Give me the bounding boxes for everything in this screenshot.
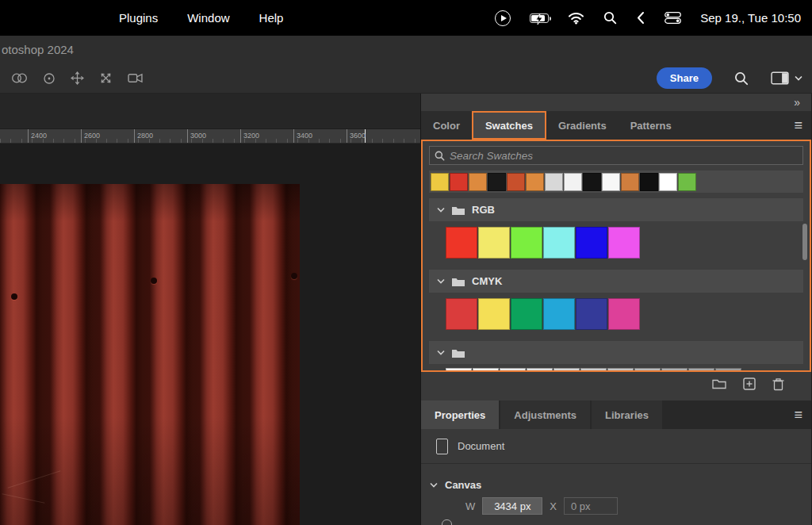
video-camera-icon[interactable] (128, 73, 143, 83)
swatch[interactable] (488, 173, 506, 191)
swatch[interactable] (478, 298, 510, 330)
swatch[interactable] (543, 227, 575, 259)
workspace-panel-toggle[interactable] (771, 71, 802, 85)
app-toolbar: Share (0, 63, 812, 94)
ruler-tick-label: 3600 (347, 129, 366, 143)
swatch[interactable] (661, 368, 688, 372)
transform-icon[interactable] (96, 68, 115, 87)
folder-icon (452, 348, 465, 358)
swatch[interactable] (507, 173, 525, 191)
swatch[interactable] (659, 173, 677, 191)
swatch[interactable] (446, 227, 477, 259)
swatch[interactable] (576, 227, 607, 259)
swatch[interactable] (527, 368, 553, 372)
tab-swatches[interactable]: Swatches (472, 111, 546, 140)
swatch[interactable] (478, 227, 510, 259)
tab-libraries[interactable]: Libraries (592, 400, 662, 429)
tab-patterns[interactable]: Patterns (619, 111, 684, 140)
canvas-x-input[interactable] (564, 497, 618, 515)
panel-icon (771, 71, 789, 85)
menubar-status-area: Sep 19., Tue 10:50 (495, 10, 801, 26)
swatch-search-box[interactable] (429, 146, 803, 165)
swatch[interactable] (576, 298, 607, 330)
swatch-row (429, 221, 803, 264)
swatch[interactable] (607, 368, 634, 372)
ruler-tick-label: 3200 (240, 129, 259, 143)
tab-gradients[interactable]: Gradients (546, 111, 619, 140)
chevron-down-icon (795, 75, 802, 81)
swatch[interactable] (640, 173, 658, 191)
menu-item-window[interactable]: Window (187, 11, 229, 25)
chevron-left-icon[interactable] (636, 11, 645, 25)
delete-trash-icon[interactable] (772, 377, 784, 391)
swatch[interactable] (473, 368, 499, 372)
canvas-width-input[interactable] (482, 497, 542, 515)
swatch[interactable] (621, 173, 639, 191)
swatch[interactable] (715, 368, 741, 372)
rotate-view-icon[interactable] (43, 72, 56, 85)
group-header[interactable] (429, 341, 803, 364)
link-dimensions-icon[interactable] (442, 519, 452, 525)
swatch[interactable] (564, 173, 582, 191)
swatch[interactable] (446, 368, 472, 372)
tab-properties[interactable]: Properties (421, 400, 499, 429)
swatch[interactable] (634, 368, 661, 372)
canvas-section-header[interactable]: Canvas (430, 473, 811, 496)
new-group-folder-icon[interactable] (712, 378, 726, 389)
spotlight-search-icon[interactable] (603, 11, 617, 25)
swatch[interactable] (511, 227, 542, 259)
scrollbar-thumb[interactable] (802, 224, 807, 260)
swatch[interactable] (469, 173, 487, 191)
swatch[interactable] (583, 173, 601, 191)
window-titlebar: otoshop 2024 (0, 36, 812, 63)
media-play-icon[interactable] (495, 10, 511, 26)
share-button[interactable]: Share (657, 67, 712, 89)
swatch[interactable] (446, 298, 477, 330)
canvas-section-title: Canvas (445, 479, 481, 491)
new-swatch-plus-icon[interactable] (743, 377, 756, 390)
swatch[interactable] (688, 368, 714, 372)
panel-menu-icon[interactable]: ≡ (794, 408, 802, 422)
swatch[interactable] (500, 368, 526, 372)
swatch[interactable] (678, 173, 696, 191)
shapes-icon[interactable] (11, 72, 28, 84)
bolt (11, 293, 17, 300)
macos-menubar: PluginsWindowHelp Sep 19., Tue 10:50 (0, 0, 812, 36)
swatches-panel: RGBCMYK (421, 140, 811, 372)
swatch[interactable] (545, 173, 563, 191)
group-header[interactable]: CMYK (429, 270, 803, 293)
swatch[interactable] (450, 173, 468, 191)
swatch[interactable] (431, 173, 449, 191)
tab-color[interactable]: Color (421, 111, 472, 140)
swatch[interactable] (511, 298, 542, 330)
swatch[interactable] (526, 173, 544, 191)
control-center-icon[interactable] (665, 12, 681, 24)
chevron-down-icon (437, 278, 445, 284)
swatch[interactable] (543, 298, 575, 330)
group-header[interactable]: RGB (429, 198, 803, 221)
battery-charging-icon[interactable] (530, 13, 549, 23)
canvas-image[interactable] (0, 184, 300, 525)
tab-adjustments[interactable]: Adjustments (500, 400, 590, 429)
swatch[interactable] (580, 368, 607, 372)
menu-item-help[interactable]: Help (259, 11, 284, 25)
swatch[interactable] (608, 298, 640, 330)
wifi-icon[interactable] (568, 12, 584, 25)
swatch[interactable] (602, 173, 620, 191)
charging-bolt-icon (535, 13, 543, 25)
collapse-panels-icon[interactable]: » (794, 96, 801, 109)
move-icon[interactable] (71, 71, 84, 85)
swatch[interactable] (608, 227, 640, 259)
search-icon[interactable] (734, 71, 749, 86)
menu-item-plugins[interactable]: Plugins (119, 11, 158, 25)
canvas-viewport[interactable] (0, 144, 420, 525)
panel-menu-icon[interactable]: ≡ (794, 118, 802, 132)
menubar-clock[interactable]: Sep 19., Tue 10:50 (700, 11, 801, 25)
swatch[interactable] (553, 368, 580, 372)
ruler-tick-label: 2800 (134, 129, 153, 143)
panels-column: » ColorSwatchesGradientsPatterns≡ RGBCMY… (421, 94, 811, 525)
canvas-size-fields: W X (430, 497, 811, 515)
x-label: X (550, 500, 557, 512)
document-label: Document (458, 440, 504, 452)
swatch-search-input[interactable] (450, 150, 798, 162)
